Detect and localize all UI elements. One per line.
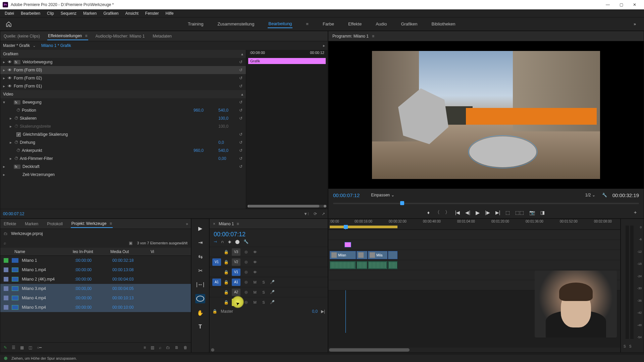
- lock-icon[interactable]: 🔒: [224, 260, 229, 264]
- master-value[interactable]: 0,0: [312, 309, 318, 314]
- collapse-icon[interactable]: ▴: [241, 52, 243, 56]
- program-video[interactable]: [372, 51, 600, 179]
- clip-in[interactable]: :00:00:00: [75, 267, 112, 272]
- effect-zeit-verzerrungen[interactable]: ▸fxZeit-Verzerrungen: [0, 171, 246, 179]
- label-swatch[interactable]: [4, 258, 8, 263]
- loop-icon[interactable]: ⟳: [314, 212, 317, 216]
- razor-tool[interactable]: ✂: [195, 266, 205, 275]
- solo-left[interactable]: S: [624, 345, 626, 348]
- find-icon[interactable]: ⌕: [159, 345, 161, 350]
- menu-clip[interactable]: Clip: [44, 10, 57, 17]
- freeform-view-icon[interactable]: ◫: [29, 345, 32, 350]
- search-icon[interactable]: ⌕: [4, 241, 6, 245]
- track-a3[interactable]: 🔒A3◎MS🎤 ➤: [210, 297, 328, 307]
- tab-marken[interactable]: Marken: [24, 220, 39, 228]
- project-row[interactable]: Milano 4.mp4 :00:00:00 00:00:10:13: [0, 293, 191, 303]
- solo-button[interactable]: S: [261, 280, 267, 284]
- reset-icon[interactable]: ↺: [239, 132, 243, 137]
- clip-grafik[interactable]: [344, 242, 351, 247]
- grafik-clip-bar[interactable]: Grafik: [248, 58, 326, 64]
- reset-icon[interactable]: ↺: [239, 100, 243, 105]
- project-row[interactable]: Milano 2 (4K).mp4 :00:00:00 00:00:04:03: [0, 275, 191, 284]
- step-back-button[interactable]: ◀|: [465, 210, 470, 215]
- mark-in-button[interactable]: 〈: [435, 209, 440, 216]
- pencil-icon[interactable]: ✎: [4, 345, 7, 350]
- tab-projekt[interactable]: Projekt: Werkzeuge ≡: [71, 220, 113, 228]
- lock-icon[interactable]: 🔒: [224, 280, 229, 285]
- mute-button[interactable]: M: [252, 290, 258, 294]
- prop-position[interactable]: ⏱Position960,0540,0↺: [0, 106, 246, 114]
- clip-milano-2[interactable]: Mila: [368, 251, 387, 259]
- effect-target-link[interactable]: Milano 1 * Grafik: [41, 43, 71, 48]
- icon-view-icon[interactable]: ▦: [20, 345, 24, 350]
- toggle-output-icon[interactable]: 👁: [252, 270, 258, 274]
- panel-overflow-icon[interactable]: »: [186, 222, 188, 226]
- tab-metadata[interactable]: Metadaten: [152, 33, 172, 40]
- reset-icon[interactable]: ↺: [239, 164, 243, 169]
- collapse-icon[interactable]: ▴: [241, 92, 243, 97]
- clip-out[interactable]: 00:00:13:08: [112, 267, 153, 272]
- track-v2[interactable]: V1🔒V2◎👁: [210, 257, 328, 267]
- clip-cut-1[interactable]: [357, 251, 367, 259]
- clip-cut-2[interactable]: [388, 251, 397, 259]
- clip-out[interactable]: 00:00:10:00: [112, 305, 153, 310]
- shape-ellipse-selected[interactable]: [469, 136, 536, 167]
- tab-effekte[interactable]: Effekte: [3, 220, 17, 228]
- list-view-icon[interactable]: ☰: [12, 345, 15, 350]
- panel-menu-icon[interactable]: ≡: [236, 222, 239, 226]
- project-row[interactable]: Milano 3.mp4 :00:00,00 00:00:04:05: [0, 284, 191, 293]
- add-button[interactable]: ＋: [633, 209, 638, 216]
- filter-icon[interactable]: ▼⁝: [304, 212, 309, 216]
- solo-button[interactable]: S: [261, 290, 267, 294]
- workspace-grafiken[interactable]: Grafiken: [400, 20, 418, 28]
- position-y-value[interactable]: 540,0: [218, 108, 235, 113]
- reset-icon[interactable]: ↺: [239, 116, 243, 121]
- tab-audio-mixer[interactable]: Audioclip-Mischer: Milano 1: [95, 33, 146, 40]
- source-v1-patch[interactable]: V1: [212, 258, 221, 266]
- timeline-toggle-icon[interactable]: ▸: [323, 43, 325, 48]
- clip-out[interactable]: 00:00:32:18: [112, 258, 153, 263]
- type-tool[interactable]: T: [195, 322, 205, 331]
- audio-clip-3[interactable]: [368, 261, 387, 269]
- go-to-in-button[interactable]: |◀: [455, 210, 460, 215]
- delete-icon[interactable]: 🗑: [183, 345, 187, 350]
- linked-selection-icon[interactable]: ∩: [221, 239, 224, 244]
- mute-button[interactable]: M: [252, 280, 258, 284]
- mute-button[interactable]: M: [252, 300, 258, 304]
- workspace-effekte[interactable]: Effekte: [347, 20, 362, 28]
- toggle-output-icon[interactable]: 👁: [252, 250, 258, 254]
- minimize-button[interactable]: —: [601, 0, 614, 9]
- section-video[interactable]: Video▴: [0, 90, 246, 98]
- prop-skalieren[interactable]: ▸⏱Skalieren100,0↺: [0, 114, 246, 122]
- workspace-bearbeitung[interactable]: Bearbeitung: [268, 20, 292, 28]
- track-area-v3[interactable]: [328, 230, 620, 240]
- playhead[interactable]: [344, 225, 348, 229]
- clip-milano-1[interactable]: Milan: [330, 251, 356, 259]
- menu-marken[interactable]: Marken: [80, 10, 100, 17]
- timeline-hscroll[interactable]: [328, 348, 620, 352]
- col-name[interactable]: Name: [4, 249, 73, 254]
- selection-tool[interactable]: ▶: [195, 224, 205, 233]
- workspace-zusammenstellung[interactable]: Zusammenstellung: [217, 20, 255, 28]
- effect-vektorbewegung[interactable]: ▸👁fxVektorbewegung↺: [0, 58, 246, 66]
- ripple-tool[interactable]: ⇆: [195, 252, 205, 261]
- label-swatch[interactable]: [4, 296, 8, 300]
- effect-form-02[interactable]: ▸👁Form (Form 02)↺: [0, 74, 246, 82]
- clip-name[interactable]: Milano 1: [22, 258, 75, 263]
- toggle-sync-icon[interactable]: ◎: [243, 250, 249, 254]
- track-select-tool[interactable]: ⇥: [195, 238, 205, 247]
- audio-clip-2[interactable]: [357, 261, 367, 269]
- program-timecode[interactable]: 00:00:07:12: [333, 192, 360, 198]
- effect-scrollbar[interactable]: [249, 205, 325, 207]
- solo-right[interactable]: S: [629, 345, 632, 348]
- add-marker-button[interactable]: ♦: [427, 210, 430, 215]
- lift-button[interactable]: ⬚: [505, 210, 510, 215]
- track-a2[interactable]: 🔒A2◎MS🎤: [210, 287, 328, 297]
- clip-in[interactable]: :00:00:00: [75, 277, 112, 282]
- lock-icon[interactable]: 🔒: [212, 309, 217, 314]
- reset-icon[interactable]: ↺: [239, 76, 243, 80]
- timeline-timecode[interactable]: 00:00:07:12: [210, 229, 328, 239]
- hand-tool[interactable]: ✋: [195, 308, 205, 317]
- go-to-out-button[interactable]: ▶|: [495, 210, 500, 215]
- timeline-content[interactable]: :00:00 00:00:16:00 00:00:32:00 00:00:48:…: [328, 219, 621, 353]
